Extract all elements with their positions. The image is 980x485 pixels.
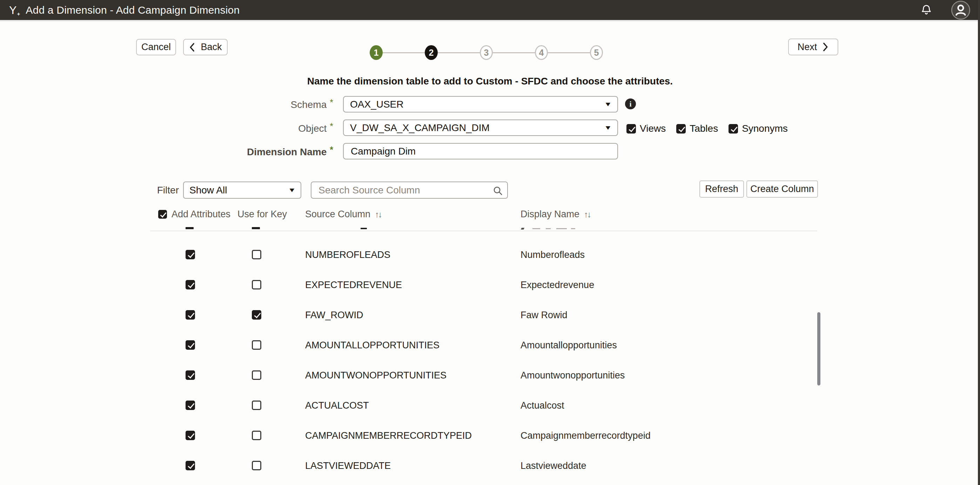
dimension-name-label: Dimension Name*	[151, 146, 333, 158]
step-1[interactable]: 1	[370, 45, 383, 60]
source-column-cell: ACTUALCOST	[305, 400, 369, 411]
step-4[interactable]: 4	[535, 45, 548, 60]
sort-icon[interactable]: ↑↓	[584, 209, 590, 219]
tables-checkbox[interactable]	[676, 124, 686, 133]
source-column-cell: CAMPAIGNMEMBERRECORDTYPEID	[305, 430, 472, 441]
step-5[interactable]: 5	[590, 45, 603, 60]
filter-select[interactable]: Show All ▼	[183, 182, 301, 199]
create-column-button[interactable]: Create Column	[746, 181, 818, 198]
display-name-cell: Amountallopportunities	[520, 340, 617, 351]
use-for-key-checkbox[interactable]	[252, 371, 261, 380]
table-scrollbar-thumb[interactable]	[817, 312, 821, 385]
back-button-label: Back	[200, 42, 222, 52]
clipped-text-fragment	[546, 228, 551, 229]
use-for-key-header-label: Use for Key	[237, 209, 287, 220]
sort-icon[interactable]: ↑↓	[375, 209, 381, 219]
schema-label: Schema*	[151, 99, 333, 110]
add-attribute-checkbox[interactable]	[186, 250, 195, 259]
refresh-button[interactable]: Refresh	[699, 181, 744, 198]
object-type-filters: Views Tables Synonyms	[627, 123, 788, 134]
schema-select-value: OAX_USER	[350, 99, 404, 110]
clipped-row	[150, 226, 817, 231]
step-3[interactable]: 3	[480, 45, 493, 60]
search-icon[interactable]	[492, 185, 503, 197]
object-select-value: V_DW_SA_X_CAMPAIGN_DIM	[350, 122, 490, 133]
use-for-key-checkbox[interactable]	[252, 431, 261, 440]
table-header: Add Attributes Use for Key Source Column…	[150, 203, 817, 226]
add-attribute-checkbox[interactable]	[186, 401, 195, 410]
back-button[interactable]: Back	[183, 39, 228, 55]
source-column-cell: EXPECTEDREVENUE	[305, 280, 402, 290]
use-for-key-checkbox[interactable]	[252, 310, 261, 320]
clipped-text-fragment	[571, 228, 575, 229]
use-for-key-checkbox[interactable]	[252, 461, 261, 470]
tables-label: Tables	[690, 123, 718, 134]
views-checkbox[interactable]	[627, 124, 636, 133]
add-attribute-checkbox[interactable]	[186, 340, 195, 350]
chevron-down-icon: ▼	[288, 187, 296, 194]
use-for-key-checkbox[interactable]	[252, 250, 261, 259]
chevron-right-icon	[822, 43, 829, 52]
cancel-button-label: Cancel	[142, 42, 171, 52]
add-attribute-checkbox[interactable]	[186, 280, 195, 290]
create-column-button-label: Create Column	[750, 184, 814, 195]
dimension-name-input[interactable]	[350, 146, 611, 157]
add-attribute-checkbox[interactable]	[186, 310, 195, 320]
display-name-cell: Lastvieweddate	[520, 460, 587, 471]
top-bar: Y+ Add a Dimension - Add Campaign Dimens…	[0, 0, 980, 20]
tables-checkbox-item[interactable]: Tables	[676, 123, 718, 134]
chevron-down-icon: ▼	[604, 124, 612, 132]
wizard-instruction: Name the dimension table to add to Custo…	[0, 76, 980, 87]
search-input[interactable]	[318, 184, 488, 196]
required-asterisk: *	[330, 121, 333, 131]
use-for-key-checkbox[interactable]	[252, 340, 261, 350]
topbar-actions	[920, 0, 971, 20]
required-asterisk: *	[330, 145, 333, 155]
page-title: Add a Dimension - Add Campaign Dimension	[25, 4, 240, 16]
table-row: ACTUALCOST Actualcost	[150, 390, 817, 420]
add-attribute-checkbox[interactable]	[186, 371, 195, 380]
source-column-cell: LASTVIEWEDDATE	[305, 460, 391, 471]
step-connector	[383, 52, 425, 53]
object-select[interactable]: V_DW_SA_X_CAMPAIGN_DIM ▼	[343, 119, 618, 136]
chevron-left-icon	[189, 43, 195, 52]
filter-select-value: Show All	[189, 185, 227, 196]
display-name-cell: Numberofleads	[520, 249, 585, 260]
synonyms-checkbox-item[interactable]: Synonyms	[729, 123, 788, 134]
display-name-cell: Actualcost	[520, 400, 564, 411]
notifications-bell-icon[interactable]	[920, 3, 933, 17]
dimension-name-field-wrap	[343, 143, 618, 159]
next-button[interactable]: Next	[788, 38, 838, 55]
synonyms-checkbox[interactable]	[729, 124, 738, 133]
clipped-checkbox-fragment	[252, 227, 260, 229]
step-connector	[438, 52, 480, 53]
user-avatar[interactable]	[951, 0, 971, 20]
table-row: AMOUNTALLOPPORTUNITIES Amountallopportun…	[150, 330, 817, 360]
views-checkbox-item[interactable]: Views	[627, 123, 666, 134]
app-window: Y+ Add a Dimension - Add Campaign Dimens…	[0, 0, 980, 485]
schema-select[interactable]: OAX_USER ▼	[343, 96, 618, 113]
source-column-header-label: Source Column	[305, 209, 371, 220]
table-row: NUMBEROFLEADS Numberofleads	[150, 240, 817, 270]
step-connector	[493, 52, 535, 53]
source-column-cell: FAW_ROWID	[305, 310, 363, 321]
attributes-table: Add Attributes Use for Key Source Column…	[150, 203, 817, 481]
use-for-key-checkbox[interactable]	[252, 280, 261, 290]
schema-info-icon[interactable]: i	[625, 98, 636, 109]
display-name-cell: Campaignmemberrecordtypeid	[520, 430, 651, 441]
display-name-cell: Amountwonopportunities	[520, 370, 625, 381]
select-all-checkbox[interactable]	[158, 210, 167, 219]
table-row: CAMPAIGNMEMBERRECORDTYPEID Campaignmembe…	[150, 420, 817, 451]
display-name-header-label: Display Name	[520, 209, 579, 220]
header-add-attributes: Add Attributes	[158, 209, 231, 220]
add-attribute-checkbox[interactable]	[186, 461, 195, 470]
table-row: FAW_ROWID Faw Rowid	[150, 300, 817, 330]
add-attributes-header-label: Add Attributes	[172, 209, 231, 220]
add-attribute-checkbox[interactable]	[186, 431, 195, 440]
header-use-for-key: Use for Key	[237, 209, 287, 220]
views-label: Views	[640, 123, 666, 134]
refresh-button-label: Refresh	[705, 184, 738, 195]
use-for-key-checkbox[interactable]	[252, 401, 261, 410]
cancel-button[interactable]: Cancel	[136, 39, 176, 55]
step-2[interactable]: 2	[425, 45, 438, 60]
